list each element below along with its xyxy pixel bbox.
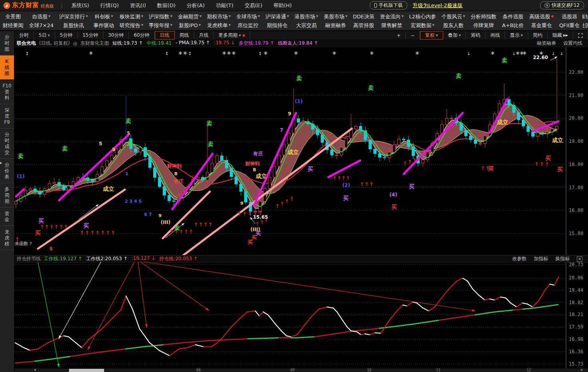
link-改参数[interactable]: 改参数 — [512, 255, 527, 262]
sidebar-item-分时成交[interactable]: 分时成交 — [0, 129, 14, 159]
nav-item-资金流向[interactable]: 资金流向▼ — [380, 14, 403, 19]
sidebar-item-龙虎榜[interactable]: 龙虎榜 — [0, 226, 14, 250]
link-换指标[interactable]: 换指标 — [555, 255, 570, 262]
stock-name[interactable]: 联合光电 — [17, 40, 36, 47]
fullscreen-button[interactable] — [573, 31, 588, 40]
sidebar-item-F10资料[interactable]: F10资料 — [0, 80, 14, 104]
link-设置均线[interactable]: 设置均线 — [563, 40, 582, 47]
menu-帮助(H)[interactable]: 帮助(H) — [268, 2, 297, 9]
period-周线[interactable]: 周线 — [175, 31, 194, 40]
nav-item-金融期货[interactable]: 金融期货▼ — [178, 14, 201, 19]
nav-item-沪深指数[interactable]: 沪深指数▼ — [149, 14, 172, 19]
sidebar-item-分时图[interactable]: 分时图 — [0, 31, 14, 55]
nav-item-高级选股[interactable]: 高级选股 — [529, 14, 554, 19]
nav-item-大宗交易[interactable]: 大宗交易 — [296, 23, 317, 28]
zoom-in-button[interactable]: + — [392, 31, 406, 40]
nav-item-港股市场[interactable]: 港股市场▼ — [294, 14, 318, 19]
nav-item-季报年报[interactable]: 季报年报▼ — [149, 23, 172, 28]
nav-item-席位监控[interactable]: 席位监控 — [238, 23, 258, 28]
tool-简约[interactable]: 简约 — [528, 31, 548, 40]
nav-item-个股风云[interactable]: 个股风云▼ — [442, 14, 465, 19]
tool-叠加[interactable]: 叠加▼ — [443, 31, 466, 40]
link-融资融券[interactable]: 融资融券 — [537, 40, 556, 47]
nav-item-QFII重仓[interactable]: QFII重仓 — [559, 23, 580, 28]
menu-功能(T)[interactable]: 功能(T) — [210, 2, 239, 9]
nav-item-期权市场[interactable]: 期权市场▼ — [207, 14, 231, 19]
period-月线[interactable]: 月线 — [194, 31, 214, 40]
period-日线[interactable]: 日线 — [155, 31, 175, 40]
menu-交易(E)[interactable]: 交易(E) — [239, 2, 268, 9]
nav-item-龙虎榜单[interactable]: 龙虎榜单▼ — [207, 23, 231, 28]
nav-item-板块[interactable]: 板块 — [582, 14, 588, 19]
menu-系统(S)[interactable]: 系统(S) — [66, 2, 95, 9]
period-60分钟[interactable]: 60分钟 — [129, 31, 154, 40]
nav-item-条件选股[interactable]: 条件选股 — [503, 14, 523, 19]
nav-item-沪深京排行[interactable]: 沪深京排行▼ — [59, 14, 88, 19]
main-candlestick-chart[interactable]: 22.0021.0020.0019.0018.0017.0016.0015.00… — [14, 47, 588, 255]
brand-logo[interactable]: 东方财富 经典版 — [0, 1, 58, 10]
nav-item-A+B比价[interactable]: A+B比价 — [502, 23, 524, 28]
gear-icon[interactable]: ◎ — [73, 41, 77, 46]
nav-item-全球市场[interactable]: 全球市场▼ — [236, 14, 260, 19]
nav-item-融资融券[interactable]: 融资融券 — [325, 23, 346, 28]
nav-item-全球7×24[interactable]: 全球7×24 — [29, 23, 54, 28]
nav-item-高管持股[interactable]: 高管持股 — [353, 23, 374, 28]
sidebar-item-分价表[interactable]: 分价表 — [0, 159, 14, 183]
zoom-out-button[interactable]: − — [406, 31, 420, 40]
scroll-left-icon[interactable]: « — [34, 368, 36, 372]
menu-数据(D)[interactable]: 数据(D) — [152, 2, 181, 9]
period-更多周期[interactable]: 更多周期▼ — [214, 31, 250, 40]
nav-item-研究报告[interactable]: 研究报告▼ — [120, 23, 143, 28]
tool-复权[interactable]: 复权▼ — [420, 31, 443, 40]
nav-item-自选股[interactable]: 自选股▼ — [32, 14, 50, 19]
quick-trade-button[interactable]: ¥ 快速交易F12 — [540, 1, 584, 10]
nav-item-停牌复牌[interactable]: 停牌复牌 — [473, 23, 494, 28]
tool-隐藏[interactable]: 隐藏▶▶ — [548, 31, 573, 40]
nav-item-分析师指数[interactable]: 分析师指数 — [471, 14, 497, 19]
nav-item-财经要闻[interactable]: 财经要闻 — [3, 23, 24, 28]
period-30分钟[interactable]: 30分钟 — [103, 31, 129, 40]
nav-item-新股IPO[interactable]: 新股IPO▼ — [179, 23, 201, 28]
period-分时[interactable]: 分时 — [14, 31, 34, 40]
mobile-download-button[interactable]: 手机版下载 — [370, 1, 407, 10]
menu-行情(Q)[interactable]: 行情(Q) — [95, 2, 124, 9]
nav-column: 条件选股A+B比价 — [499, 11, 527, 30]
nav-item-科创板[interactable]: 科创板▼ — [95, 14, 113, 19]
nav-item-L2核心内参[interactable]: L2核心内参 — [409, 14, 436, 19]
link-加指标[interactable]: 加指标 — [534, 255, 548, 262]
period-15分钟[interactable]: 15分钟 — [78, 31, 103, 40]
nav-item-沪深港通[interactable]: 沪深港通▼ — [265, 14, 289, 19]
sidebar-collapse-handle[interactable]: ▸ — [0, 160, 2, 165]
nav-item-DDE决策[interactable]: DDE决策 — [353, 14, 375, 19]
sidebar-item-多周期[interactable]: 多周期 — [0, 183, 14, 208]
nav-item-限售解禁[interactable]: 限售解禁 — [381, 23, 402, 28]
upgrade-level2-link[interactable]: 升级为Level-2极速版 — [413, 2, 463, 9]
sub-indicator-chart[interactable]: 20.7320.0619.4418.8218.2117.5916.9816.36… — [14, 263, 588, 368]
scroll-right-icon[interactable]: » — [580, 368, 583, 372]
menu-分析(A)[interactable]: 分析(A) — [181, 2, 210, 9]
nav-item-期指持仓[interactable]: 期指持仓 — [267, 23, 288, 28]
nav-item-基金重仓[interactable]: 基金重仓 — [531, 23, 552, 28]
nav-item-股东人数[interactable]: 股东人数 — [443, 23, 464, 28]
nav-item-事件驱动[interactable]: 事件驱动 — [93, 23, 114, 28]
nav-item-板块监测[interactable]: 板块监测▼ — [120, 14, 143, 19]
period-5分钟[interactable]: 5分钟 — [55, 31, 78, 40]
close-indicator-button[interactable]: × — [577, 256, 582, 262]
nav-item-宏观数据[interactable]: 宏观数据▼ — [411, 23, 434, 28]
sidebar-item-K线图[interactable]: K线图 — [0, 55, 14, 80]
tool-筹码[interactable]: 筹码 — [466, 31, 485, 40]
nav-item-全景图[interactable]: 全景图 — [5, 14, 21, 19]
tool-显示[interactable]: 显示▼ — [505, 31, 528, 40]
main-chart-area[interactable]: 22.0021.0020.0019.0018.0017.0016.0015.00… — [14, 47, 588, 255]
indicator-name[interactable]: 持仓持币线 — [17, 255, 41, 262]
tool-画线[interactable]: 画线 — [485, 31, 505, 40]
sidebar-item-资金[interactable]: 资金 — [0, 208, 14, 226]
nav-item-美股市场[interactable]: 美股市场▼ — [324, 14, 347, 19]
period-5日[interactable]: 5日▼ — [34, 31, 55, 40]
nav-item-选股器[interactable]: 选股器 — [562, 14, 577, 19]
sub-chart-area[interactable]: 20.7320.0619.4418.8218.2117.5916.9816.36… — [14, 263, 588, 368]
menu-资讯(I)[interactable]: 资讯(I) — [124, 2, 152, 9]
nav-item-社区[interactable]: 社区 — [582, 23, 588, 28]
nav-item-新股快讯[interactable]: 新股快讯 — [63, 23, 84, 28]
sidebar-item-深度F9[interactable]: 深度F9 — [0, 104, 14, 129]
